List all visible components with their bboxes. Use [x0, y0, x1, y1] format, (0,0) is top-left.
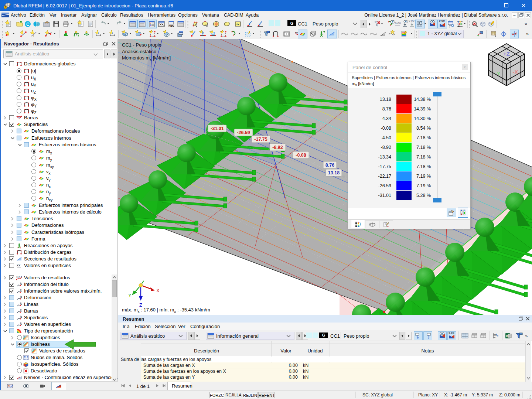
svg-text:13.18: 13.18: [328, 170, 340, 175]
svg-text:xx: xx: [16, 263, 21, 267]
svg-text:X: X: [506, 334, 508, 338]
svg-text:8.76: 8.76: [325, 163, 334, 168]
svg-text:-17.75: -17.75: [254, 137, 267, 142]
svg-text:X: X: [156, 288, 160, 293]
svg-text:C: C: [26, 22, 30, 27]
svg-text:-Y: -Y: [495, 70, 501, 76]
svg-text:-0.08: -0.08: [296, 153, 306, 158]
svg-text:-X: -X: [513, 69, 518, 75]
svg-text:6: 6: [4, 6, 6, 9]
svg-text:-8.92: -8.92: [272, 145, 283, 150]
svg-text:+Z: +Z: [503, 51, 510, 57]
svg-text:-31.01: -31.01: [211, 126, 224, 131]
svg-text:I: I: [33, 34, 34, 37]
svg-text:-26.59: -26.59: [237, 130, 250, 135]
svg-text:Y: Y: [128, 293, 132, 298]
svg-text:x.x.x: x.x.x: [16, 275, 22, 278]
